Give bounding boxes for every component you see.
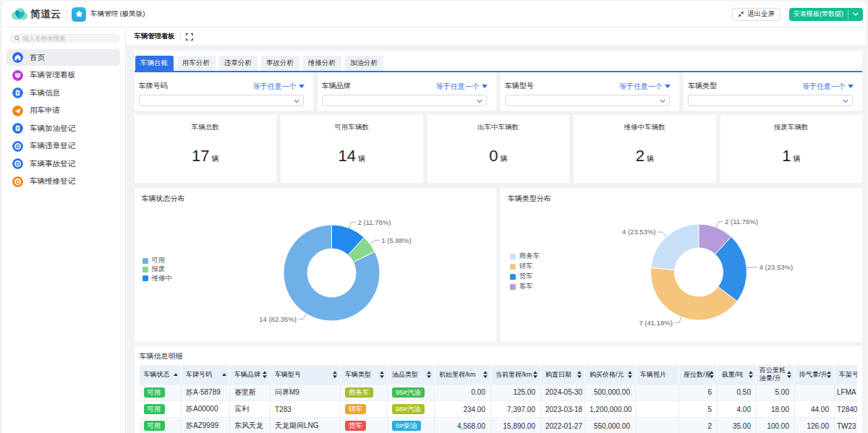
triangle-up [174, 373, 178, 376]
filter-operator[interactable]: 等于任意一个 [619, 82, 671, 92]
column-header[interactable]: 载重/吨 [718, 365, 757, 385]
caret-down-icon [482, 85, 488, 88]
sidebar-item[interactable]: 车辆管理看板 [7, 67, 120, 84]
sidebar-item[interactable]: 首页 [7, 49, 120, 66]
column-header[interactable]: 车辆照片 [636, 365, 679, 385]
stat-label: 可用车辆数 [281, 115, 423, 132]
sort-icon[interactable] [710, 371, 714, 378]
cell-cur_km: 7,397.00 [491, 401, 541, 418]
column-header[interactable]: 车架号 [835, 365, 857, 385]
column-header[interactable]: 购置日期 [541, 365, 585, 385]
type-badge: 商务车 [345, 387, 373, 398]
tab[interactable]: 事故分析 [261, 56, 299, 71]
sort-icon[interactable] [333, 371, 337, 378]
column-header[interactable]: 当前里程/km [491, 365, 541, 385]
sidebar-search[interactable] [9, 34, 120, 43]
stat-value: 17 [192, 147, 209, 165]
column-header-label: 当前里程/km [495, 371, 532, 378]
column-header[interactable]: 车辆类型 [341, 365, 388, 385]
chevron-down-icon [853, 12, 859, 16]
sort-icon[interactable] [577, 371, 582, 378]
cell-photo [636, 418, 679, 433]
sort-icon[interactable] [827, 371, 831, 378]
cell-load: 4.00 [718, 401, 757, 418]
triangle-up [263, 371, 267, 374]
column-header-label: 车辆类型 [345, 371, 371, 378]
table-row[interactable]: 可用苏AZ9999东风天龙天龙期间LNG货车0#柴油4,568.0015,890… [140, 418, 857, 433]
table-row[interactable]: 可用苏A·58789赛里斯问界M9商务车95#汽油0.00125.002024-… [140, 385, 857, 401]
search-input[interactable] [22, 35, 115, 42]
triangle-down [333, 375, 337, 378]
exit-fullscreen-button[interactable]: 退出全屏 [732, 8, 780, 21]
sort-icon[interactable] [787, 371, 791, 378]
table-card: 车辆信息明细 车辆状态车牌号码车辆品牌车辆型号车辆类型油品类型初始里程/km当前… [135, 346, 863, 433]
table-row[interactable]: 可用苏A00000宾利T283轿车98#汽油234.007,397.002023… [140, 401, 857, 418]
sort-icon[interactable] [749, 371, 753, 378]
sort-asc-icon[interactable] [174, 373, 178, 376]
cell-init_km: 0.00 [435, 385, 491, 401]
sort-icon[interactable] [628, 371, 632, 378]
sort-icon[interactable] [483, 371, 488, 378]
install-template-button[interactable]: 安装模板(带数据) [789, 8, 848, 21]
sidebar-item[interactable]: 车辆加油登记 [7, 120, 120, 137]
cell-photo [636, 385, 679, 401]
filter-select[interactable] [322, 95, 487, 106]
ring-dot-icon [12, 158, 23, 169]
triangle-down [380, 375, 384, 378]
stat-card: 维修中车辆数2辆 [574, 115, 716, 184]
sort-icon[interactable] [380, 371, 384, 378]
tab[interactable]: 违章分析 [219, 56, 258, 71]
column-header[interactable]: 百公里耗油量/升 [757, 365, 795, 385]
column-header-label: 车架号 [839, 371, 857, 378]
install-template-dropdown[interactable] [848, 8, 863, 21]
column-header[interactable]: 车牌号码 [182, 365, 230, 385]
column-header[interactable]: 座位数/座 [679, 365, 718, 385]
sidebar-item[interactable]: 车辆维修登记 [7, 173, 120, 190]
tab[interactable]: 用车分析 [177, 56, 216, 71]
cell-price: 500,000.00 [585, 385, 636, 401]
filter-operator[interactable]: 等于任意一个 [436, 82, 488, 92]
filter-select[interactable] [505, 95, 670, 106]
sidebar-item[interactable]: 车辆信息 [7, 85, 120, 101]
stat-value-group: 0辆 [427, 147, 570, 166]
sidebar-item[interactable]: 用车申请 [7, 103, 120, 119]
dashboard-content: 车辆台账用车分析违章分析事故分析维修分析加油分析 车牌号码等于任意一个车辆品牌等… [135, 51, 863, 433]
cell-consumption: 18.00 [757, 401, 795, 418]
sort-icon[interactable] [263, 371, 267, 378]
tab[interactable]: 车辆台账 [135, 56, 174, 71]
status-badge: 可用 [144, 387, 165, 398]
tab[interactable]: 加油分析 [345, 56, 383, 71]
column-header[interactable]: 初始里程/km [435, 365, 491, 385]
sidebar-item[interactable]: 车辆违章登记 [7, 138, 120, 155]
stat-label: 报废车辆数 [720, 115, 863, 132]
filter-operator[interactable]: 等于任意一个 [802, 82, 854, 92]
column-header[interactable]: 排气量/升 [795, 365, 835, 385]
column-header[interactable]: 车辆型号 [271, 365, 341, 385]
sort-icon[interactable] [427, 371, 431, 378]
sidebar-item[interactable]: 车辆事故登记 [7, 155, 120, 172]
column-header[interactable]: 车辆状态 [140, 365, 182, 385]
donut-slice[interactable] [651, 224, 699, 270]
chart-card: 车辆类型分布商务车轿车货车客车4 (23.53%)7 (41.18%)4 (23… [501, 188, 862, 343]
status-badge: 可用 [144, 421, 165, 431]
cell-vin: LFMA [835, 385, 857, 401]
cell-fuel: 98#汽油 [388, 401, 435, 418]
donut-label: 2 (11.76%) [725, 217, 758, 225]
tab[interactable]: 维修分析 [303, 56, 341, 71]
jiandaoyun-logo-icon [12, 8, 27, 20]
column-header[interactable]: 车辆品牌 [230, 365, 271, 385]
sidebar-item-label: 车辆管理看板 [30, 70, 75, 80]
filter-operator[interactable]: 等于任意一个 [253, 82, 305, 92]
stat-value-group: 14辆 [281, 147, 423, 166]
column-header[interactable]: 购买价格/元 [585, 365, 636, 385]
filter-select[interactable] [139, 95, 304, 106]
column-header[interactable]: 油品类型 [388, 365, 435, 385]
sort-icon[interactable] [533, 371, 537, 378]
sort-asc-icon[interactable] [222, 373, 226, 376]
table-title: 车辆信息明细 [140, 351, 858, 361]
triangle-up [710, 371, 714, 374]
expand-fullscreen-icon[interactable] [186, 33, 193, 40]
cell-displacement: 126.00 [795, 418, 835, 433]
filter-select[interactable] [688, 95, 853, 106]
triangle-up [577, 371, 582, 374]
